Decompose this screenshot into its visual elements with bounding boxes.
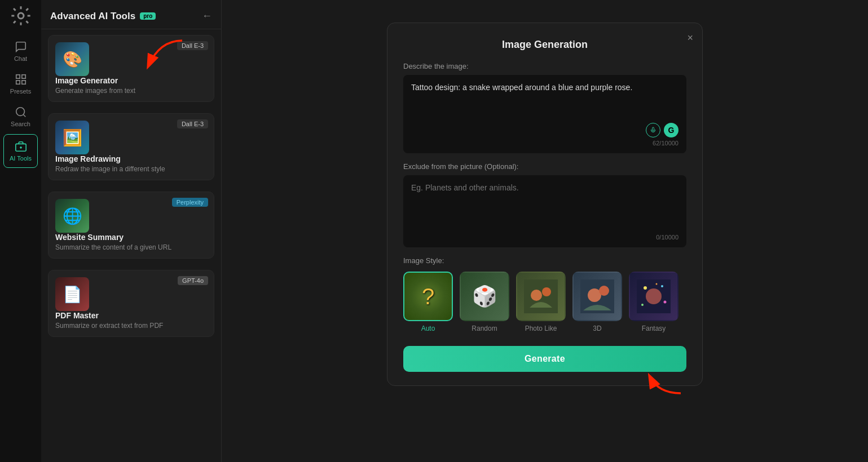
svg-point-5 xyxy=(16,108,24,116)
tool-card-image-redrawing[interactable]: Dall E-3 🖼️ Image Redrawing Redraw the i… xyxy=(48,113,214,180)
sidebar-title-wrap: Advanced AI Tools pro xyxy=(50,11,156,22)
style-thumb-fantasy xyxy=(629,272,678,321)
style-thumb-random: 🎲 xyxy=(460,272,509,321)
tool-badge-dall-e-2: Dall E-3 xyxy=(177,119,208,128)
svg-point-12 xyxy=(531,290,542,301)
sidebar-header: Advanced AI Tools pro ← xyxy=(41,0,221,29)
style-item-photo-like[interactable]: Photo Like xyxy=(516,272,566,332)
style-thumb-photo xyxy=(516,272,566,321)
sidebar-item-chat[interactable]: Chat xyxy=(0,35,41,68)
svg-point-13 xyxy=(542,287,551,296)
style-item-auto[interactable]: ? Auto xyxy=(403,272,453,332)
style-name-random: Random xyxy=(472,325,497,332)
exclude-label: Exclude from the picture (Optional): xyxy=(403,162,686,171)
search-icon xyxy=(15,106,27,118)
svg-point-0 xyxy=(18,13,24,19)
pro-badge: pro xyxy=(140,12,156,20)
sidebar-item-search[interactable]: Search xyxy=(0,100,41,133)
enhance-icon[interactable]: G xyxy=(664,123,678,137)
tool-card-image-generator[interactable]: Dall E-3 🎨 Image Generator Generate imag… xyxy=(48,35,214,102)
tool-icon-pdf: 📄 xyxy=(55,277,89,311)
svg-point-20 xyxy=(661,285,663,287)
tool-icon-website: 🌐 xyxy=(55,199,89,233)
main-content: × Image Generation Describe the image: T… xyxy=(222,0,868,462)
tool-sidebar: Advanced AI Tools pro ← Dall E-3 🎨 Image… xyxy=(41,0,222,462)
style-row: ? Auto 🎲 Random Photo Li xyxy=(403,272,686,332)
sidebar-title-text: Advanced AI Tools xyxy=(50,11,135,22)
style-name-fantasy: Fantasy xyxy=(642,325,666,332)
tool-icon-image-gen: 🎨 xyxy=(55,42,89,76)
style-thumb-auto: ? xyxy=(403,272,453,321)
tool-card-website-summary[interactable]: Perplexity 🌐 Website Summary Summarize t… xyxy=(48,192,214,259)
exclude-input-wrap: 0/10000 xyxy=(403,175,686,247)
tool-badge-dall-e-1: Dall E-3 xyxy=(177,41,208,50)
svg-rect-3 xyxy=(16,81,19,84)
svg-point-21 xyxy=(664,301,667,304)
tools-icon xyxy=(15,140,27,153)
chat-icon xyxy=(15,41,27,53)
describe-icons-row: G xyxy=(411,123,678,137)
tool-name-website: Website Summary xyxy=(55,233,207,242)
style-item-random[interactable]: 🎲 Random xyxy=(460,272,509,332)
svg-line-6 xyxy=(23,114,25,117)
nav-chat-label: Chat xyxy=(14,55,27,62)
style-name-3d: 3D xyxy=(593,325,601,332)
nav-search-label: Search xyxy=(11,121,30,127)
exclude-char-count: 0/10000 xyxy=(411,234,678,241)
svg-point-19 xyxy=(644,286,647,290)
generate-button[interactable]: Generate xyxy=(403,346,686,372)
svg-point-22 xyxy=(641,304,644,306)
style-thumb-3d xyxy=(572,272,622,321)
svg-point-16 xyxy=(599,286,609,296)
tool-icon-image-redraw: 🖼️ xyxy=(55,121,89,154)
exclude-textarea[interactable] xyxy=(411,182,678,229)
svg-rect-1 xyxy=(16,75,19,78)
svg-point-18 xyxy=(646,288,662,304)
collapse-sidebar-button[interactable]: ← xyxy=(202,10,212,22)
tool-name-pdf: PDF Master xyxy=(55,311,207,320)
describe-textarea[interactable]: Tattoo design: a snake wrapped around a … xyxy=(411,82,678,117)
presets-icon xyxy=(15,73,27,86)
tool-name-image-gen: Image Generator xyxy=(55,76,207,85)
sidebar-item-ai-tools[interactable]: AI Tools xyxy=(3,134,38,168)
style-name-photo: Photo Like xyxy=(525,325,557,332)
tool-desc-image-redraw: Redraw the image in a different style xyxy=(55,165,207,173)
style-item-fantasy[interactable]: Fantasy xyxy=(629,272,678,332)
image-generation-modal: × Image Generation Describe the image: T… xyxy=(387,23,703,386)
describe-label: Describe the image: xyxy=(403,62,686,70)
style-label: Image Style: xyxy=(403,256,686,265)
modal-close-button[interactable]: × xyxy=(687,32,693,44)
voice-input-icon[interactable] xyxy=(646,123,660,137)
style-name-auto: Auto xyxy=(421,325,435,332)
tool-card-pdf-master[interactable]: GPT-4o 📄 PDF Master Summarize or extract… xyxy=(48,270,214,337)
tool-badge-gpt4o: GPT-4o xyxy=(178,276,208,285)
left-navigation: Chat Presets Search AI Tools xyxy=(0,0,41,462)
svg-rect-4 xyxy=(21,81,25,84)
tool-desc-website: Summarize the content of a given URL xyxy=(55,243,207,251)
svg-point-23 xyxy=(656,283,658,285)
app-logo[interactable] xyxy=(10,5,32,27)
svg-rect-2 xyxy=(21,75,25,78)
tool-badge-perplexity: Perplexity xyxy=(172,198,208,207)
tool-desc-pdf: Summarize or extract text from PDF xyxy=(55,322,207,330)
style-item-3d[interactable]: 3D xyxy=(572,272,622,332)
describe-char-count: 62/10000 xyxy=(411,140,678,146)
sidebar-item-presets[interactable]: Presets xyxy=(0,68,41,100)
nav-aitools-label: AI Tools xyxy=(10,155,32,162)
tool-name-image-redraw: Image Redrawing xyxy=(55,154,207,163)
modal-title: Image Generation xyxy=(403,39,686,51)
tool-desc-image-gen: Generate images from text xyxy=(55,87,207,95)
nav-presets-label: Presets xyxy=(10,88,31,95)
describe-input-wrap: Tattoo design: a snake wrapped around a … xyxy=(403,75,686,153)
